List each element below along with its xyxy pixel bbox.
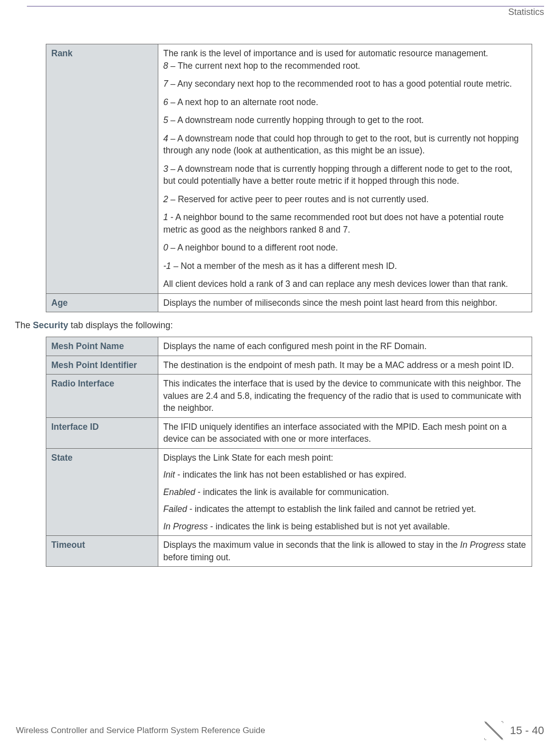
- rank-num: 0: [163, 243, 168, 252]
- state-label: State: [46, 448, 158, 536]
- rank-num: 1: [163, 212, 168, 222]
- age-label: Age: [46, 293, 158, 312]
- mesh-point-name-desc: Displays the name of each configured mes…: [158, 337, 532, 356]
- state-name: In Progress: [163, 521, 208, 531]
- state-description: Displays the Link State for each mesh po…: [158, 448, 532, 536]
- table-row: Mesh Point Name Displays the name of eac…: [46, 337, 532, 356]
- rank-num: -1: [163, 261, 171, 271]
- table-row: Rank The rank is the level of importance…: [46, 44, 532, 294]
- page-footer: Wireless Controller and Service Platform…: [16, 721, 544, 740]
- age-description: Displays the number of miliseconds since…: [158, 293, 532, 312]
- state-name: Init: [163, 470, 175, 480]
- header-section: Statistics: [508, 7, 544, 17]
- table-row: State Displays the Link State for each m…: [46, 448, 532, 536]
- security-intro: The Security tab displays the following:: [15, 320, 532, 331]
- mesh-point-id-label: Mesh Point Identifier: [46, 356, 158, 375]
- timeout-italic: In Progress: [460, 540, 504, 550]
- radio-interface-desc: This indicates the interface that is use…: [158, 375, 532, 418]
- footer-title: Wireless Controller and Service Platform…: [16, 726, 265, 736]
- page-content: Rank The rank is the level of importance…: [46, 44, 532, 567]
- state-name: Enabled: [163, 487, 195, 497]
- rank-num: 4: [163, 133, 168, 143]
- rank-num: 8: [163, 61, 168, 71]
- rank-num: 7: [163, 79, 168, 89]
- timeout-description: Displays the maximum value in seconds th…: [158, 536, 532, 567]
- rank-num: 5: [163, 115, 168, 125]
- interface-id-desc: The IFID uniquely identifies an interfac…: [158, 417, 532, 448]
- security-bold: Security: [33, 320, 68, 330]
- rank-description: The rank is the level of importance and …: [158, 44, 532, 294]
- header-rule: [27, 6, 544, 6]
- radio-interface-label: Radio Interface: [46, 375, 158, 418]
- table-row: Timeout Displays the maximum value in se…: [46, 536, 532, 567]
- footer-page: 15 - 40: [484, 721, 545, 740]
- table-row: Interface ID The IFID uniquely identifie…: [46, 417, 532, 448]
- table-row: Mesh Point Identifier The destination is…: [46, 356, 532, 375]
- table-row: Age Displays the number of miliseconds s…: [46, 293, 532, 312]
- rank-num: 6: [163, 97, 168, 107]
- rank-num: 3: [163, 164, 168, 174]
- table-row: Radio Interface This indicates the inter…: [46, 375, 532, 418]
- rank-num: 2: [163, 194, 168, 204]
- state-intro: Displays the Link State for each mesh po…: [163, 452, 527, 464]
- table-rank-age: Rank The rank is the level of importance…: [46, 44, 532, 312]
- rank-outro: All client devices hold a rank of 3 and …: [163, 278, 527, 290]
- slash-icon: [484, 721, 503, 740]
- timeout-label: Timeout: [46, 536, 158, 567]
- rank-intro: The rank is the level of importance and …: [163, 48, 488, 58]
- table-security: Mesh Point Name Displays the name of eac…: [46, 337, 532, 567]
- mesh-point-id-desc: The destination is the endpoint of mesh …: [158, 356, 532, 375]
- page-number: 15 - 40: [510, 724, 545, 737]
- state-name: Failed: [163, 504, 187, 514]
- interface-id-label: Interface ID: [46, 417, 158, 448]
- mesh-point-name-label: Mesh Point Name: [46, 337, 158, 356]
- rank-label: Rank: [46, 44, 158, 294]
